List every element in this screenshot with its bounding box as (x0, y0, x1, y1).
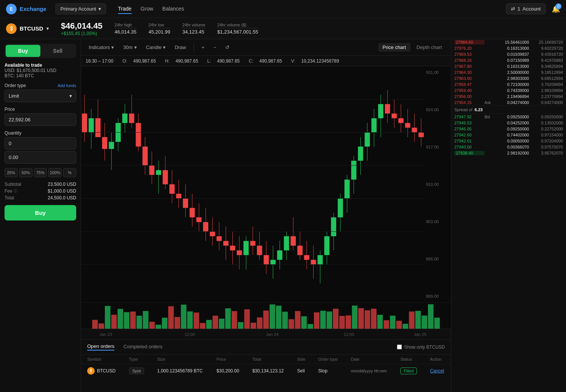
svg-rect-31 (183, 199, 188, 208)
bid-row[interactable]: 27942.01 0.00050000 0.97204000 (451, 138, 566, 144)
ask-row[interactable]: 27954.15 Ask 0.04274000 0.04274000 (451, 100, 566, 106)
row-order-type: Stop (312, 364, 345, 378)
open-orders-tab[interactable]: Open orders (87, 343, 114, 351)
bid-row[interactable]: 27947.92 Bid 0.09250000 0.09250000 (451, 114, 566, 120)
ask-price: 27976.20 (454, 46, 484, 51)
svg-rect-41 (217, 236, 222, 241)
ask-row[interactable]: 27976.20 0.16313000 9.60229720 (451, 45, 566, 51)
ask-row[interactable]: 27963.60 2.98303000 6.68512894 (451, 75, 566, 81)
ask-row[interactable]: 27968.16 0.07150989 9.41976883 (451, 57, 566, 63)
show-only-checkbox[interactable]: Show only BTCUSD (397, 345, 445, 350)
transfer-button[interactable]: ⇄ 1 Account (506, 3, 546, 14)
order-entry-panel: Buy Sell Available to trade USD: $1,670,… (0, 39, 81, 392)
ask-total: 3.70209894 (529, 82, 563, 87)
svg-rect-158 (409, 311, 415, 329)
ask-row[interactable]: 27959.47 0.72100000 3.70209894 (451, 81, 566, 87)
qty-btc-input[interactable] (5, 138, 76, 149)
bid-row[interactable]: 27940.00 0.00366070 0.97570070 (451, 144, 566, 150)
price-chart-tab[interactable]: Price chart (378, 43, 411, 52)
bid-row[interactable]: 27938.40 2.98192000 3.95762070 (451, 150, 566, 156)
ask-price: 27984.60 (454, 40, 484, 44)
ask-price: 27964.30 (454, 70, 484, 75)
top-navigation: E Exchange Primary Account ▾ Trade Grow … (0, 0, 566, 18)
bid-price: 27946.53 (454, 121, 484, 125)
qty-usd-input[interactable] (5, 152, 76, 163)
svg-rect-154 (384, 320, 389, 329)
ask-row[interactable]: 27984.60 15.56461000 25.16690720 (451, 39, 566, 45)
zoom-in-btn[interactable]: + (198, 43, 208, 52)
bid-price: 27942.60 (454, 133, 484, 137)
order-type-select[interactable]: Limit ▾ (5, 90, 76, 102)
ask-row[interactable]: 27969.53 0.01939837 9.43916720 (451, 51, 566, 57)
show-only-input[interactable] (397, 345, 402, 349)
pct-100-btn[interactable]: 100% (48, 168, 62, 177)
ohlcv-open-val: 490,987.65 (133, 58, 156, 64)
notifications-button[interactable]: 🔔 0 (552, 5, 560, 13)
app-logo[interactable]: E Exchange (6, 4, 46, 14)
svg-rect-49 (243, 241, 249, 255)
svg-rect-117 (149, 322, 155, 329)
ask-row[interactable]: 27964.30 2.50000000 9.18512894 (451, 69, 566, 75)
ask-price: 27954.15 (454, 100, 484, 105)
order-type-label: Order type (5, 83, 26, 88)
cancel-order-link[interactable]: Cancel (430, 368, 444, 374)
add-funds-link[interactable]: Add funds (57, 83, 76, 88)
status-badge: Filled (400, 368, 417, 374)
candle-type-btn[interactable]: Candle ▾ (143, 43, 169, 52)
bid-row[interactable]: 27946.53 0.04252000 0.13502000 (451, 120, 566, 126)
completed-orders-tab[interactable]: Completed orders (123, 344, 162, 350)
timeframe-btn[interactable]: 30m ▾ (120, 43, 140, 52)
nav-link-grow[interactable]: Grow (141, 4, 153, 14)
pct-50-btn[interactable]: 50% (19, 168, 32, 177)
ask-size: 2.19496894 (496, 94, 529, 99)
ask-price: 27969.53 (454, 52, 484, 57)
draw-btn[interactable]: Draw (172, 43, 189, 52)
pct-25-btn[interactable]: 25% (5, 168, 18, 177)
ask-total: 0.04274000 (529, 100, 563, 105)
quantity-field: Quantity BTC USD (5, 130, 76, 164)
nav-link-balances[interactable]: Balances (162, 4, 184, 14)
nav-links: Trade Grow Balances (118, 4, 184, 14)
account-selector-button[interactable]: Primary Account ▾ (55, 3, 106, 14)
pct-custom-btn[interactable]: % (63, 168, 76, 177)
candle-chevron-icon: ▾ (163, 44, 166, 50)
bid-size: 0.09250000 (496, 127, 529, 131)
col-size: Size (151, 355, 210, 364)
submit-buy-button[interactable]: Buy (5, 205, 76, 220)
bid-total: 0.97154000 (529, 133, 563, 137)
zoom-out-btn[interactable]: − (211, 43, 220, 52)
price-label-896: 896.00 (426, 257, 449, 261)
price-label-889: 889.00 (426, 294, 449, 299)
avail-title: Available to trade (5, 63, 76, 68)
ask-row[interactable]: 27959.40 0.74339000 2.98109894 (451, 87, 566, 93)
orders-panel: Open orders Completed orders Show only B… (81, 339, 451, 392)
nav-link-trade[interactable]: Trade (118, 4, 132, 14)
bid-size: 2.98192000 (496, 151, 529, 155)
bid-row[interactable]: 27946.05 0.09250000 0.22752000 (451, 126, 566, 132)
ask-row[interactable]: 27956.00 2.19496894 2.23770894 (451, 93, 566, 100)
ticker-symbol-selector[interactable]: ₿ BTCUSD ▾ (6, 23, 49, 34)
depth-chart-tab[interactable]: Depth chart (412, 43, 446, 52)
indicators-btn[interactable]: Indicators ▾ (86, 43, 117, 52)
pct-75-btn[interactable]: 75% (34, 168, 47, 177)
svg-rect-149 (352, 306, 358, 329)
ask-row[interactable]: 27967.80 0.16313000 9.34825894 (451, 63, 566, 69)
sell-tab[interactable]: Sell (40, 45, 75, 57)
bid-row[interactable]: 27942.60 0.74402000 0.97154000 (451, 132, 566, 138)
svg-rect-91 (385, 104, 390, 113)
svg-rect-140 (295, 311, 301, 329)
transfer-count: 1 (517, 6, 520, 12)
svg-rect-15 (129, 113, 134, 123)
svg-rect-134 (257, 317, 263, 329)
chart-type-tabs: Price chart Depth chart (378, 43, 446, 52)
refresh-btn[interactable]: ↺ (222, 43, 232, 52)
ask-size: 15.56461000 (496, 40, 529, 44)
svg-rect-75 (331, 217, 336, 236)
row-action: Cancel (424, 364, 451, 378)
ohlcv-time: 16:30 – 17:00 (86, 58, 113, 64)
col-date: Date (345, 355, 394, 364)
buy-tab[interactable]: Buy (6, 45, 40, 57)
col-symbol: Symbol (81, 355, 123, 364)
chart-area[interactable]: 931.00 924.00 917.00 910.00 903.00 896.0… (81, 66, 451, 302)
price-input[interactable] (5, 114, 76, 126)
